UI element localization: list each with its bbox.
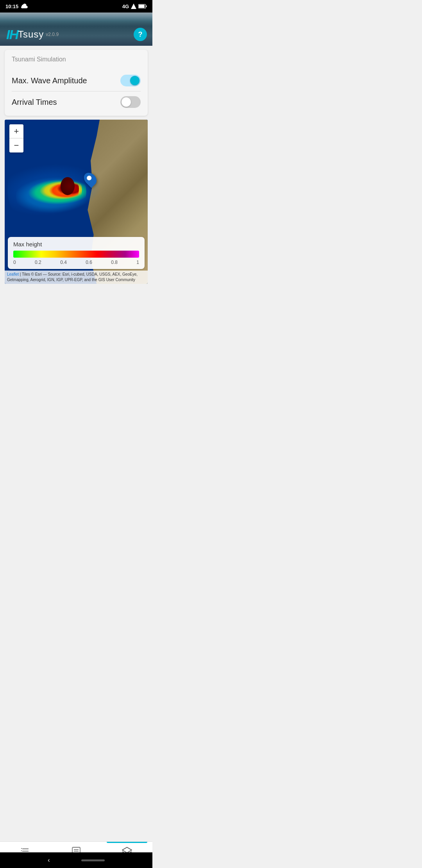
arrival-times-label: Arrival Times <box>12 98 57 107</box>
svg-rect-2 <box>146 5 147 7</box>
legend-gradient <box>13 251 139 258</box>
zoom-out-button[interactable]: − <box>9 138 23 152</box>
legend-title: Max height <box>13 241 139 247</box>
legend-label-0: 0 <box>13 260 16 265</box>
legend-labels: 0 0.2 0.4 0.6 0.8 1 <box>13 260 139 265</box>
logo-tsusy: Tsusy <box>18 29 44 40</box>
battery-icon <box>138 4 147 9</box>
attribution-text: | Tiles © Esri — Source: Esri, i-cubed, … <box>7 272 138 282</box>
legend-label-04: 0.4 <box>60 260 67 265</box>
svg-marker-0 <box>131 4 136 9</box>
status-bar: 10:15 4G <box>0 0 152 13</box>
zoom-in-button[interactable]: + <box>9 124 23 138</box>
legend-label-02: 0.2 <box>35 260 41 265</box>
arrival-times-toggle[interactable] <box>120 96 141 108</box>
max-wave-amplitude-toggle[interactable] <box>120 75 141 86</box>
help-button[interactable]: ? <box>134 28 147 41</box>
max-wave-amplitude-label: Max. Wave Amplitude <box>12 76 87 85</box>
map-pin[interactable] <box>85 172 96 186</box>
map-container[interactable]: + − Max height 0 0.2 0.4 0.6 0.8 1 <box>5 120 148 284</box>
max-wave-amplitude-row: Max. Wave Amplitude <box>12 70 141 91</box>
svg-rect-3 <box>139 5 145 8</box>
leaflet-link[interactable]: Leaflet <box>7 272 19 276</box>
signal-icon <box>131 4 136 9</box>
status-time: 10:15 <box>5 4 18 9</box>
zoom-controls: + − <box>9 124 23 152</box>
logo-ih: IH <box>6 28 18 41</box>
status-right: 4G <box>122 4 147 9</box>
map-attribution: Leaflet | Tiles © Esri — Source: Esri, i… <box>5 271 148 284</box>
arrival-times-row: Arrival Times <box>12 91 141 113</box>
network-label: 4G <box>122 4 129 9</box>
app-header: IH Tsusy v2.0.9 ? <box>0 13 152 46</box>
legend-label-06: 0.6 <box>86 260 92 265</box>
legend-label-1: 1 <box>136 260 139 265</box>
app-version: v2.0.9 <box>46 32 59 37</box>
cloud-icon <box>21 3 28 10</box>
card-title: Tsunami Simulation <box>12 56 141 63</box>
map-legend: Max height 0 0.2 0.4 0.6 0.8 1 <box>8 237 145 269</box>
legend-label-08: 0.8 <box>111 260 118 265</box>
settings-card: Tsunami Simulation Max. Wave Amplitude A… <box>5 50 148 116</box>
